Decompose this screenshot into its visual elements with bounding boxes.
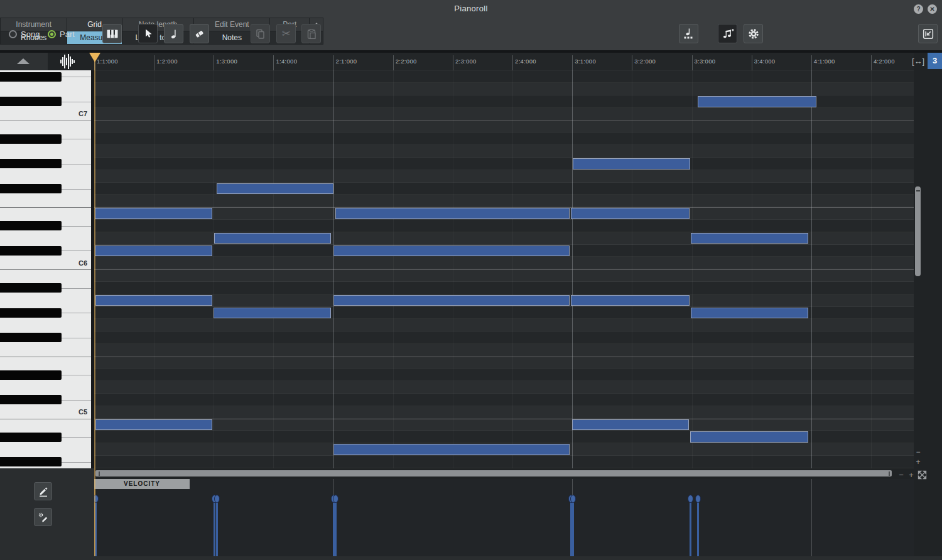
select-tool-button[interactable] [138, 24, 158, 43]
piano-key-black[interactable] [0, 159, 62, 168]
horizontal-scrollbar[interactable] [95, 470, 892, 477]
midi-note[interactable] [691, 233, 808, 244]
velocity-lane[interactable] [94, 479, 914, 556]
expand-view-button[interactable] [917, 470, 928, 480]
midi-note[interactable] [698, 96, 816, 107]
vertical-zoom-out-button[interactable]: − [914, 448, 922, 456]
ruler-tick [512, 55, 513, 70]
midi-note[interactable] [335, 208, 570, 219]
eraser-tool-button[interactable] [190, 24, 209, 43]
velocity-settings-tool-button[interactable] [34, 508, 52, 526]
ruler-beat-label: 3:3:000 [695, 58, 716, 65]
midi-note[interactable] [691, 308, 808, 319]
grid-row [94, 456, 914, 468]
midi-note[interactable] [690, 431, 808, 443]
velocity-dot[interactable] [214, 495, 220, 503]
part-radio[interactable]: Part [48, 29, 75, 39]
grid-row [94, 394, 914, 406]
piano-key-black[interactable] [0, 333, 62, 342]
draw-note-tool-button[interactable] [164, 24, 183, 43]
velocity-dot[interactable] [688, 495, 693, 503]
white-key-divider [0, 121, 91, 121]
midi-note[interactable] [95, 295, 212, 306]
midi-note[interactable] [214, 308, 331, 319]
timeline-ruler[interactable]: 1:1:0001:2:0001:3:0001:4:0002:1:0002:2:0… [94, 53, 914, 70]
piano-keyboard[interactable]: C7C6C5 [0, 70, 91, 468]
ruler-tick [572, 55, 573, 70]
copy-button[interactable] [251, 24, 270, 43]
midi-note[interactable] [333, 444, 570, 455]
midi-note[interactable] [95, 419, 212, 431]
settings-button[interactable] [744, 24, 763, 43]
ruler-beat-label: 3:4:000 [754, 58, 776, 65]
part-radio-label: Part [60, 30, 75, 39]
velocity-stem[interactable] [572, 498, 574, 556]
vertical-zoom-in-button[interactable]: + [914, 458, 922, 466]
midi-note[interactable] [217, 183, 333, 195]
scissors-icon: ✂ [281, 28, 290, 39]
grid-row [94, 419, 914, 431]
close-icon[interactable]: ✕ [928, 4, 937, 14]
piano-key-black[interactable] [0, 246, 62, 256]
midi-note[interactable] [95, 245, 212, 257]
dock-panel-button[interactable] [918, 24, 938, 43]
velocity-dot[interactable] [333, 495, 338, 503]
vertical-scrollbar[interactable] [915, 186, 921, 276]
piano-key-black[interactable] [0, 97, 62, 106]
part-radio-circle[interactable] [48, 30, 56, 38]
velocity-stem[interactable] [335, 498, 337, 556]
midi-note[interactable] [571, 208, 690, 219]
piano-key-black[interactable] [0, 308, 62, 318]
piano-key-black[interactable] [0, 72, 62, 82]
quantize-button[interactable] [679, 24, 698, 43]
playhead-marker[interactable] [89, 53, 100, 62]
paste-button[interactable] [301, 24, 321, 43]
velocity-lane-label[interactable]: VELOCITY [94, 479, 190, 489]
piano-key-black[interactable] [0, 370, 62, 380]
scroll-up-button[interactable] [17, 58, 30, 64]
piano-key-black[interactable] [0, 134, 62, 144]
horizontal-zoom-in-button[interactable]: + [907, 471, 916, 480]
white-key-divider [62, 226, 91, 227]
waveform-view-button[interactable] [48, 53, 93, 70]
piano-key-black[interactable] [0, 433, 62, 442]
piano-key-black[interactable] [0, 221, 62, 230]
horizontal-scrollbar-right-grip [889, 471, 890, 476]
midi-note[interactable] [333, 295, 570, 306]
ruler-beat-label: 2:2:000 [396, 58, 417, 65]
horizontal-zoom-out-button[interactable]: − [897, 471, 906, 480]
midi-note[interactable] [572, 419, 689, 431]
keyboard-display-button[interactable] [102, 24, 122, 43]
velocity-dot[interactable] [570, 495, 576, 503]
cut-button[interactable]: ✂ [276, 24, 296, 43]
midi-note[interactable] [573, 158, 690, 170]
fit-zoom-icon[interactable]: [↔] [910, 55, 926, 68]
gear-icon [747, 28, 760, 40]
velocity-draw-tool-button[interactable] [34, 482, 52, 500]
midi-note[interactable] [333, 245, 570, 257]
bottom-left-panel [0, 468, 94, 560]
velocity-stem[interactable] [214, 498, 215, 556]
velocity-stem[interactable] [216, 498, 218, 556]
piano-key-black[interactable] [0, 457, 62, 466]
piano-key-black[interactable] [0, 283, 62, 293]
piano-key-black[interactable] [0, 184, 62, 193]
velocity-dot[interactable] [695, 495, 701, 503]
midi-note[interactable] [214, 233, 331, 244]
help-icon[interactable]: ? [914, 4, 923, 14]
note-plus-icon [722, 28, 734, 40]
parts-badge[interactable]: 3 [928, 53, 942, 69]
velocity-stem[interactable] [690, 498, 691, 556]
song-radio-circle[interactable] [9, 30, 17, 38]
midi-note[interactable] [95, 208, 212, 219]
piano-key-black[interactable] [0, 395, 62, 404]
add-note-mode-button[interactable] [718, 24, 737, 43]
waveform-icon [48, 53, 93, 70]
ruler-tick [871, 55, 872, 70]
midi-note[interactable] [571, 295, 690, 306]
note-grid[interactable] [94, 70, 914, 468]
velocity-stem[interactable] [697, 498, 699, 556]
song-radio-label: Song [21, 30, 40, 39]
grid-row [94, 357, 914, 369]
song-radio[interactable]: Song [9, 29, 40, 39]
